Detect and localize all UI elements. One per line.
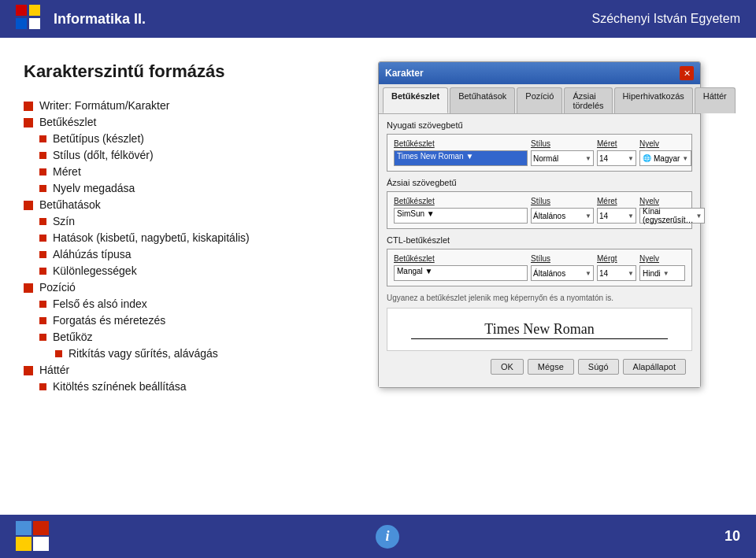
section-nyugati-label: Nyugati szövegbetű [387,120,692,130]
azsia-stilus-select[interactable]: Általános▼ [531,208,594,224]
col-meret: Méret [597,139,636,148]
list-item-text: Hatások (kisbetű, nagybetű, kiskapitális… [53,231,250,244]
info-icon[interactable]: i [376,525,399,549]
header-university: Széchenyi István Egyetem [591,12,740,26]
section-ctl: Betűkészlet Stílus Mérgt Nyelv Mangal ▼ … [387,249,692,286]
list-item-text: Méret [53,165,81,178]
azsia-meret-select[interactable]: 14▼ [597,208,636,224]
dialog-buttons: OK Mégse Súgó Alapállapot [387,356,692,381]
right-panel: Karakter ✕ Betűkészlet Betűhatások Pozíc… [378,61,701,397]
ctl-betukeszlet-input[interactable]: Mangal ▼ [394,265,528,281]
nyugati-betukeszlet-input[interactable]: Times New Roman ▼ [394,150,528,166]
bullet-icon [39,268,46,275]
app-logo [16,5,44,33]
ok-button[interactable]: OK [491,359,524,375]
list-item: Betűtípus (készlet) [24,132,354,145]
col-stilus: Stílus [531,197,594,205]
preview-underline [411,338,668,339]
sugo-button[interactable]: Súgó [578,359,619,375]
col-meret: Mérgt [597,254,636,263]
dialog-body: Nyugati szövegbetű Betűkészlet Stílus Mé… [379,114,700,387]
list-item: Betűhatások [24,198,354,211]
list-item-text: Stílus (dőlt, félkövér) [53,149,154,161]
logo-square-blue [16,18,27,29]
ctl-meret-select[interactable]: 14▼ [597,265,636,281]
nyugati-nyelv-field[interactable]: 🌐Magyar▼ [639,150,691,166]
preview-box: Times New Roman [387,308,692,351]
ctl-nyelv-field[interactable]: Hindi▼ [639,265,685,281]
list-item: Pozíció [24,281,354,294]
main-content: Karakterszintű formázás Writer: Formátum… [0,38,756,412]
bullet-icon [39,168,46,176]
bullet-icon [39,383,46,390]
col-nyelv: Nyelv [639,139,685,148]
svg-rect-1 [33,521,49,535]
azsia-row: SimSun ▼ Általános▼ 14▼ Kínai (egyszerűs… [394,208,685,224]
bullet-icon [39,152,46,159]
list-item: Ritkítás vagy sűrítés, alávágás [24,347,354,360]
list-item-text: Betűhatások [39,198,101,211]
col-meret: Méret [597,197,636,205]
list-item-text: Betűkészlet [39,116,96,128]
bullet-icon [39,135,46,142]
list-item: Forgatás és méretezés [24,314,354,327]
page-title: Karakterszintű formázás [24,61,354,82]
list-item-text: Betűtípus (készlet) [53,132,144,145]
section-ctl-label: CTL-betűkészlet [387,235,692,245]
header-title: Informatika II. [54,11,146,28]
dialog-karakter: Karakter ✕ Betűkészlet Betűhatások Pozíc… [378,61,701,388]
azsia-nyelv-field[interactable]: Kínai (egyszerűsít…▼ [639,208,705,224]
list-item-text: Betűköz [53,331,93,343]
dialog-close-button[interactable]: ✕ [680,66,694,80]
list-item-text: Kitöltés színének beállítása [53,380,187,393]
bullet-icon [39,218,46,225]
col-betukeszlet: Betűkészlet [394,254,528,263]
col-stilus: Stílus [531,254,594,263]
list-item: Szín [24,215,354,227]
list-item: Hatások (kisbetű, nagybetű, kiskapitális… [24,231,354,244]
tab-hatter[interactable]: Háttér [695,87,736,113]
list-item-text: Aláhúzás típusa [53,248,132,261]
bullet-icon [39,251,46,258]
bullet-icon [24,283,33,293]
list-item-text: Felső és alsó index [53,297,147,310]
list-item: Aláhúzás típusa [24,248,354,261]
svg-rect-2 [16,537,32,551]
page-number: 10 [724,528,740,545]
logo-square-white [29,18,40,29]
col-nyelv: Nyelv [639,197,685,205]
list-item: Felső és alsó index [24,297,354,310]
list-item: Betűkészlet [24,116,354,128]
bullet-icon [24,118,33,127]
dialog-title: Karakter [385,68,424,79]
list-item: Nyelv megadása [24,182,354,194]
dialog-tabs: Betűkészlet Betűhatások Pozíció Ázsiai t… [379,84,700,114]
list-item-text: Forgatás és méretezés [53,314,165,327]
bullet-icon [39,235,46,242]
bottom-logo [16,521,50,552]
tab-azsia[interactable]: Ázsiai tördelés [564,87,612,113]
section-azsia: Betűkészlet Stílus Méret Nyelv SimSun ▼ … [387,191,692,229]
tab-betuhatások[interactable]: Betűhatások [450,87,515,113]
bullet-icon [55,350,62,357]
nyugati-meret-select[interactable]: 14▼ [597,150,636,166]
preview-caption: Ugyanez a betűkészlet jelenik meg képern… [387,293,692,303]
ctl-stilus-select[interactable]: Általános▼ [531,265,594,281]
logo-square-red [16,5,27,16]
tab-hiper[interactable]: Hiperhivatkozás [614,87,693,113]
col-betukeszlet: Betűkészlet [394,139,528,148]
list-item-text: Ritkítás vagy sűrítés, alávágás [69,347,218,360]
list-item: Betűköz [24,331,354,343]
azsia-betukeszlet-input[interactable]: SimSun ▼ [394,208,528,224]
tab-betukeszlet[interactable]: Betűkészlet [383,87,448,113]
nyugati-stilus-select[interactable]: Normál▼ [531,150,594,166]
bullet-list: Writer: Formátum/Karakter Betűkészlet Be… [24,99,354,393]
bullet-icon [39,334,46,341]
megse-button[interactable]: Mégse [528,359,574,375]
tab-pozicio[interactable]: Pozíció [517,87,562,113]
alapallapot-button[interactable]: Alapállapot [623,359,686,375]
header-left: Informatika II. [16,5,146,33]
azsia-col-headers: Betűkészlet Stílus Méret Nyelv [394,197,685,205]
list-item: Writer: Formátum/Karakter [24,99,354,112]
bullet-icon [39,317,46,324]
